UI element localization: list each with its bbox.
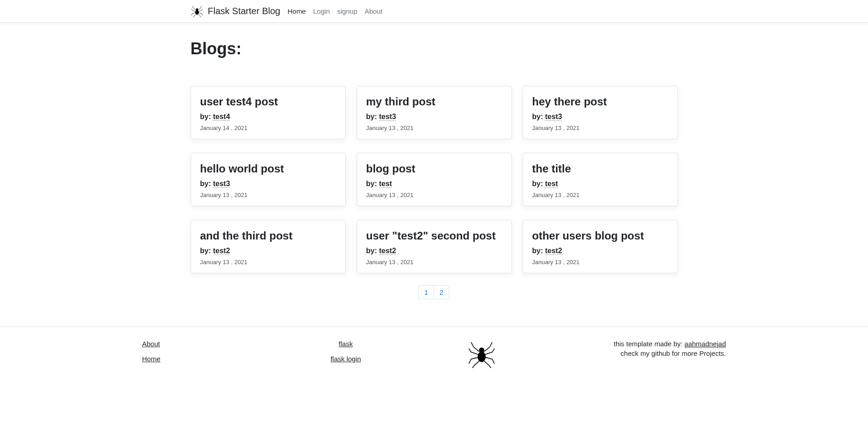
brand-text: Flask Starter Blog	[208, 6, 281, 16]
post-date: January 13 , 2021	[200, 192, 336, 198]
post-byline: by: test2	[532, 247, 668, 255]
post-title: hey there post	[532, 95, 668, 108]
by-label: by:	[200, 113, 213, 120]
post-byline: by: test4	[200, 113, 336, 121]
spider-icon	[467, 340, 496, 369]
by-label: by:	[366, 113, 379, 120]
post-byline: by: test3	[532, 113, 668, 121]
credit-author-link[interactable]: aahmadnejad	[685, 340, 726, 348]
credit-prefix: this template made by:	[613, 340, 684, 348]
post-card[interactable]: blog postby: testJanuary 13 , 2021	[357, 153, 512, 206]
post-byline: by: test	[366, 180, 502, 188]
spider-icon	[191, 5, 203, 18]
post-author-link[interactable]: test	[379, 180, 392, 188]
post-title: my third post	[366, 95, 502, 108]
post-byline: by: test2	[366, 247, 502, 255]
footer-credits: this template made by: aahmadnejad check…	[550, 340, 726, 359]
footer-col-logo	[414, 340, 550, 369]
by-label: by:	[532, 247, 545, 255]
by-label: by:	[200, 247, 213, 255]
post-byline: by: test3	[200, 180, 336, 188]
brand-link[interactable]: Flask Starter Blog	[191, 5, 281, 18]
post-card[interactable]: user test4 postby: test4January 14 , 202…	[191, 86, 346, 139]
post-title: other users blog post	[532, 229, 668, 242]
post-title: user test4 post	[200, 95, 336, 108]
post-author-link[interactable]: test3	[545, 113, 562, 121]
post-date: January 13 , 2021	[366, 259, 502, 266]
post-byline: by: test	[532, 180, 668, 188]
post-title: and the third post	[200, 229, 336, 242]
post-title: blog post	[366, 162, 502, 175]
post-card[interactable]: other users blog postby: test2January 13…	[523, 220, 678, 273]
nav-login[interactable]: Login	[313, 4, 330, 19]
credit-line2: check my github for more Projects.	[550, 349, 726, 357]
post-byline: by: test3	[366, 113, 502, 121]
nav-links: Home Login signup About	[287, 4, 382, 19]
post-card[interactable]: and the third postby: test2January 13 , …	[191, 220, 346, 273]
pagination: 12	[191, 285, 678, 299]
post-card[interactable]: my third postby: test3January 13 , 2021	[357, 86, 512, 139]
page-link-2[interactable]: 2	[434, 285, 449, 299]
post-date: January 13 , 2021	[366, 192, 502, 198]
post-title: hello world post	[200, 162, 336, 175]
by-label: by:	[366, 247, 379, 255]
by-label: by:	[200, 180, 213, 187]
footer-link-home[interactable]: Home	[142, 355, 278, 363]
post-card[interactable]: hey there postby: test3January 13 , 2021	[523, 86, 678, 139]
footer-link-flask[interactable]: flask	[339, 340, 353, 348]
by-label: by:	[532, 113, 545, 120]
post-title: the title	[532, 162, 668, 175]
footer: About Home flask flask login this templa…	[0, 327, 868, 385]
post-date: January 13 , 2021	[532, 259, 668, 266]
by-label: by:	[532, 180, 545, 187]
posts-grid: user test4 postby: test4January 14 , 202…	[191, 86, 678, 273]
footer-link-about[interactable]: About	[142, 340, 278, 348]
post-author-link[interactable]: test2	[213, 247, 230, 255]
post-card[interactable]: the titleby: testJanuary 13 , 2021	[523, 153, 678, 206]
post-title: user "test2" second post	[366, 229, 502, 242]
page-title: Blogs:	[191, 39, 678, 58]
post-author-link[interactable]: test3	[379, 113, 396, 121]
post-date: January 13 , 2021	[532, 192, 668, 198]
post-author-link[interactable]: test3	[213, 180, 230, 188]
footer-link-flask-login[interactable]: flask login	[331, 355, 361, 363]
post-author-link[interactable]: test2	[545, 247, 562, 255]
nav-signup[interactable]: signup	[337, 4, 357, 19]
post-date: January 14 , 2021	[200, 125, 336, 131]
footer-col-1: About Home	[142, 340, 278, 363]
post-date: January 13 , 2021	[200, 259, 336, 266]
post-author-link[interactable]: test	[545, 180, 558, 188]
post-card[interactable]: hello world postby: test3January 13 , 20…	[191, 153, 346, 206]
post-date: January 13 , 2021	[532, 125, 668, 131]
post-byline: by: test2	[200, 247, 336, 255]
nav-about[interactable]: About	[364, 4, 382, 19]
nav-home[interactable]: Home	[287, 4, 306, 19]
footer-col-2: flask flask login	[278, 340, 414, 363]
by-label: by:	[366, 180, 379, 187]
post-date: January 13 , 2021	[366, 125, 502, 131]
post-author-link[interactable]: test4	[213, 113, 230, 121]
page-link-1[interactable]: 1	[418, 285, 434, 299]
post-card[interactable]: user "test2" second postby: test2January…	[357, 220, 512, 273]
navbar: Flask Starter Blog Home Login signup Abo…	[0, 0, 868, 23]
post-author-link[interactable]: test2	[379, 247, 396, 255]
